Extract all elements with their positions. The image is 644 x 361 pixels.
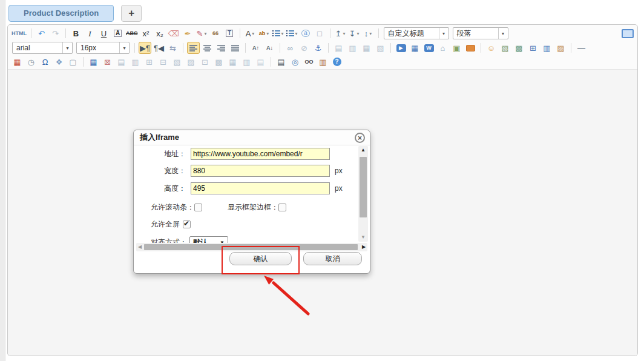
scroll-left-icon[interactable]: ◀ [136, 243, 143, 251]
emoticon-icon[interactable]: ☺ [485, 42, 498, 54]
image-upload-icon[interactable]: ▣ [450, 42, 463, 54]
indent-icon[interactable]: ⇆ [166, 42, 179, 54]
insert-iframe-icon[interactable]: ⊞ [527, 42, 539, 54]
insert-row-above-icon[interactable]: ⊞ [143, 56, 156, 68]
format-brush-icon[interactable]: ✒ [182, 27, 194, 39]
image-align-center-icon[interactable]: ▥ [346, 42, 359, 54]
align-center-icon[interactable] [201, 42, 214, 54]
insert-col-right-icon[interactable]: ▨ [185, 56, 197, 68]
font-color-icon[interactable]: A▾ [244, 27, 257, 39]
dialog-vertical-scrollbar[interactable]: ▲ ▼ [358, 146, 368, 242]
media-icon[interactable]: ▦ [409, 42, 421, 54]
import-doc-icon[interactable]: ▨ [554, 42, 567, 54]
strikethrough-icon[interactable]: ABC [125, 27, 139, 39]
image-map-icon[interactable]: ▧ [499, 42, 511, 54]
preview-icon[interactable]: ◎ [289, 56, 301, 68]
find-replace-icon[interactable]: OO [303, 56, 315, 68]
fullscreen-icon[interactable] [621, 27, 634, 39]
redo-icon[interactable]: ↷ [49, 27, 62, 39]
heading-select[interactable]: 自定义标题▾ [384, 27, 449, 39]
clock-icon[interactable]: ◷ [25, 56, 38, 68]
panel-icon[interactable]: ▥ [540, 42, 553, 54]
video-icon[interactable]: ▶ [395, 42, 407, 54]
cell-props-icon[interactable]: ▥ [129, 56, 142, 68]
image-align-right-icon[interactable]: ▦ [360, 42, 373, 54]
image-align-left-icon[interactable]: ▤ [332, 42, 345, 54]
line-height-icon[interactable]: ↕▾ [362, 27, 375, 39]
align-left-icon[interactable] [187, 42, 200, 54]
horizontal-rule-icon[interactable]: — [575, 42, 588, 54]
special-char-icon[interactable]: Ω [39, 56, 51, 68]
font-increase-icon[interactable]: A↑ [249, 42, 262, 54]
paste-as-text-icon[interactable]: T [223, 27, 236, 39]
table-icon[interactable]: ▦ [87, 56, 100, 68]
map-icon[interactable]: ❖ [53, 56, 65, 68]
baidu-map-icon[interactable]: ▢ [67, 56, 79, 68]
align-right-icon[interactable] [215, 42, 228, 54]
highlight-color-icon[interactable]: ab▾ [258, 27, 271, 39]
color-pen-icon[interactable]: ✎▾ [196, 27, 208, 39]
confirm-button[interactable]: 确认 [229, 252, 292, 265]
delete-row-icon[interactable]: ⊡ [199, 56, 211, 68]
scroll-up-icon[interactable]: ▲ [358, 146, 368, 154]
font-style-box-icon[interactable]: A [111, 27, 124, 39]
italic-icon[interactable]: I [84, 27, 96, 39]
undo-icon[interactable]: ↶ [35, 27, 48, 39]
subscript-icon[interactable]: x₂ [154, 27, 166, 39]
dialog-horizontal-scrollbar[interactable]: ◀ ▶ [136, 243, 367, 251]
table-delete-icon[interactable]: ⊠ [101, 56, 114, 68]
horizontal-scroll-thumb[interactable] [144, 244, 358, 250]
font-size-select[interactable]: 16px▾ [76, 42, 130, 54]
word-import-icon[interactable]: W [422, 42, 435, 54]
allow-scrollbar-checkbox[interactable] [194, 204, 202, 211]
delete-col-icon[interactable]: ▩ [212, 56, 225, 68]
underline-icon[interactable]: U [97, 27, 110, 39]
table-props-icon[interactable]: ▤ [115, 56, 128, 68]
cancel-button[interactable]: 取消 [303, 252, 362, 265]
anchor-icon[interactable]: ⚓ [312, 42, 324, 54]
insert-col-left-icon[interactable]: ▧ [171, 56, 183, 68]
vertical-scroll-thumb[interactable] [360, 157, 367, 217]
split-cells-icon[interactable]: ▥ [240, 56, 253, 68]
align-top-icon[interactable]: ↥▾ [334, 27, 347, 39]
auto-link-icon[interactable]: a [300, 27, 312, 39]
unlink-icon[interactable]: ⊘ [298, 42, 310, 54]
split-table-icon[interactable]: ▤ [254, 56, 267, 68]
show-frame-border-checkbox[interactable] [278, 204, 286, 211]
bold-icon[interactable]: B [70, 27, 82, 39]
ordered-list-icon[interactable]: ▾ [272, 27, 284, 39]
blockquote-icon[interactable]: 66 [209, 27, 222, 39]
screenshot-icon[interactable]: ▩ [513, 42, 525, 54]
print-icon[interactable]: ▤ [275, 56, 288, 68]
ltr-icon[interactable]: ▶¶ [139, 42, 151, 54]
paragraph-select[interactable]: 段落▾ [453, 27, 508, 39]
capture-icon[interactable]: ⌂ [436, 42, 449, 54]
width-input[interactable] [191, 165, 330, 177]
align-bottom-icon[interactable]: ↧▾ [348, 27, 361, 39]
unordered-list-icon[interactable]: ▾ [286, 27, 298, 39]
height-input[interactable] [191, 182, 330, 194]
add-tab-button[interactable]: + [121, 5, 142, 22]
paste-icon[interactable]: ▥ [317, 56, 329, 68]
font-family-select[interactable]: arial▾ [12, 42, 73, 54]
format-eraser-icon[interactable]: ⌫ [168, 27, 180, 39]
scroll-right-icon[interactable]: ▶ [360, 243, 367, 251]
new-page-icon[interactable]: □ [314, 27, 326, 39]
scroll-down-icon[interactable]: ▼ [358, 233, 368, 242]
help-icon[interactable]: ? [330, 56, 343, 68]
rtl-icon[interactable]: ¶◀ [153, 42, 165, 54]
align-justify-icon[interactable] [229, 42, 242, 54]
url-input[interactable] [191, 148, 330, 160]
calendar-icon[interactable]: ▦ [11, 56, 24, 68]
superscript-icon[interactable]: x² [140, 27, 153, 39]
flash-icon[interactable] [464, 42, 477, 54]
allow-fullscreen-checkbox[interactable] [183, 220, 191, 228]
font-decrease-icon[interactable]: A↓ [263, 42, 276, 54]
merge-cells-icon[interactable]: ▦ [226, 56, 239, 68]
close-icon[interactable]: × [355, 133, 365, 143]
tab-product-description[interactable]: Product Description [8, 5, 114, 22]
insert-row-below-icon[interactable]: ⊟ [157, 56, 169, 68]
image-inline-icon[interactable]: ▧ [374, 42, 387, 54]
link-icon[interactable]: ∞ [284, 42, 297, 54]
html-source-icon[interactable]: HTML [11, 27, 27, 39]
